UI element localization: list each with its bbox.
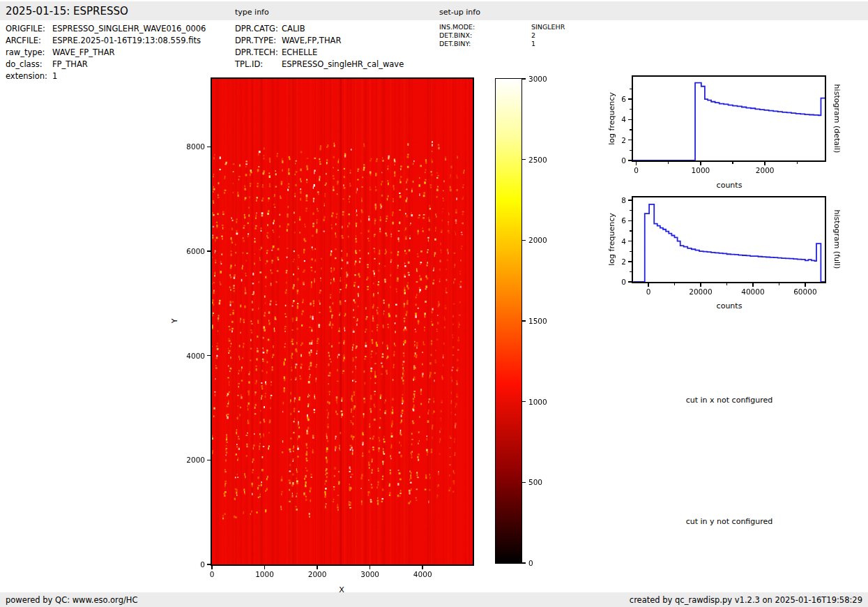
main-y-tick: [207, 460, 211, 461]
hist-x-tick: [805, 283, 806, 287]
hist-x-minor-tick: [668, 162, 669, 164]
hist-y-tick-label: 0: [621, 156, 626, 165]
file-info-row: extension:: [6, 71, 47, 81]
colorbar-tick: [522, 240, 526, 241]
hist-x-tick-label: 0: [634, 166, 639, 174]
colorbar-tick-label: 1500: [528, 317, 547, 325]
hist-y-minor-tick: [630, 271, 632, 272]
dpr-tech-value: ECHELLE: [282, 47, 317, 57]
main-x-tick-label: 1000: [255, 570, 274, 578]
ins-mode-value: SINGLEHR: [531, 23, 565, 31]
hist-y-minor-tick: [630, 89, 632, 89]
hist-y-minor-tick: [630, 230, 632, 231]
colorbar-tick-label: 3000: [528, 75, 547, 83]
hist-detail-right-label: histogram (detail): [832, 84, 842, 153]
main-x-tick-label: 4000: [413, 570, 432, 578]
setup-info-heading: set-up info: [439, 8, 480, 17]
hist-x-tick-label: 20000: [689, 287, 712, 296]
det-binx-value: 2: [531, 31, 535, 39]
main-y-tick: [207, 147, 211, 148]
extension-label: extension:: [6, 71, 47, 81]
main-x-tick: [264, 566, 266, 569]
dpr-type-value: WAVE,FP,THAR: [282, 36, 341, 45]
hist-y-tick-label: 2: [621, 136, 626, 144]
hist-y-minor-tick: [630, 129, 632, 130]
cut-y-message: cut in y not configured: [686, 517, 773, 526]
hist-y-minor-tick: [630, 109, 632, 110]
hist-full-right-label: histogram (full): [832, 210, 842, 269]
hist-detail-y-label: log frequency: [607, 92, 616, 144]
hist-y-tick-label: 4: [621, 115, 626, 123]
hist-x-tick-label: 60000: [793, 287, 816, 296]
hist-x-minor-tick: [797, 162, 798, 164]
colorbar-tick: [522, 562, 526, 564]
origfile-value: ESPRESSO_SINGLEHR_WAVE016_0006: [52, 24, 206, 33]
hist-x-tick-label: 2000: [756, 166, 775, 174]
hist-y-minor-tick: [630, 251, 632, 252]
main-y-tick-label: 0: [200, 560, 205, 569]
hist-y-tick: [628, 160, 632, 161]
main-y-tick-label: 8000: [186, 142, 205, 151]
header-band: [0, 1, 868, 20]
hist-x-tick: [700, 162, 701, 165]
histogram-detail-canvas: [633, 77, 825, 160]
colorbar-tick: [522, 482, 526, 484]
main-x-tick-label: 2000: [308, 570, 327, 578]
colorbar-tick: [522, 78, 526, 80]
raw-image-canvas: [212, 79, 473, 564]
hist-y-tick-label: 6: [621, 95, 626, 103]
main-y-tick-label: 6000: [186, 247, 205, 255]
hist-x-tick-label: 1000: [692, 166, 710, 174]
main-y-tick-label: 4000: [186, 352, 205, 360]
hist-x-minor-tick: [779, 283, 779, 285]
hist-y-tick: [628, 98, 632, 100]
dpr-tech-label: DPR.TECH:: [235, 47, 278, 57]
hist-y-tick-label: 6: [621, 216, 626, 225]
colorbar: [496, 79, 521, 563]
tpl-id-value: ESPRESSO_singleHR_cal_wave: [282, 59, 404, 69]
hist-y-tick: [628, 119, 632, 121]
origfile-label: ORIGFILE:: [6, 24, 45, 33]
extension-value: 1: [52, 71, 57, 81]
hist-y-tick: [628, 281, 632, 283]
hist-y-tick: [628, 241, 632, 242]
hist-x-tick: [764, 162, 766, 165]
colorbar-tick-label: 2000: [528, 236, 547, 244]
dpr-catg-label: DPR.CATG:: [235, 24, 278, 33]
hist-x-minor-tick: [726, 283, 727, 285]
det-biny-label: DET.BINY:: [439, 40, 471, 47]
cut-x-message: cut in x not configured: [686, 396, 773, 405]
hist-y-tick: [628, 261, 632, 262]
doclass-value: FP_THAR: [52, 59, 88, 69]
hist-full-x-label: counts: [717, 301, 743, 310]
colorbar-tick-label: 2500: [528, 156, 547, 164]
hist-y-tick-label: 0: [621, 278, 626, 286]
main-y-tick-label: 2000: [186, 456, 205, 464]
main-y-tick: [207, 355, 211, 357]
hist-x-tick: [636, 162, 637, 165]
hist-y-tick: [628, 140, 632, 141]
colorbar-tick: [522, 159, 526, 160]
hist-x-tick-label: 0: [646, 287, 651, 296]
colorbar-tick-label: 0: [528, 559, 533, 567]
doclass-label: do_class:: [6, 59, 43, 69]
rawtype-value: WAVE_FP_THAR: [52, 47, 115, 57]
file-info-row: do_class:: [6, 59, 43, 69]
type-info-heading: type info: [235, 8, 269, 17]
hist-y-tick-label: 8: [621, 196, 626, 204]
main-x-tick: [211, 566, 213, 569]
main-x-tick-label: 0: [210, 570, 215, 578]
main-x-tick: [422, 566, 423, 569]
rawtype-label: raw_type:: [6, 47, 45, 57]
dpr-catg-value: CALIB: [282, 24, 305, 33]
file-info-row: ARCFILE:: [6, 36, 41, 45]
arcfile-label: ARCFILE:: [6, 36, 41, 45]
footer-left-text: powered by QC: www.eso.org/HC: [6, 595, 137, 605]
colorbar-tick: [522, 320, 526, 322]
main-y-axis-label: Y: [170, 319, 179, 324]
page-title: 2025-01-15: ESPRESSO: [6, 5, 128, 17]
hist-x-minor-tick: [732, 162, 733, 164]
file-info-row: raw_type:: [6, 47, 45, 57]
hist-detail-x-label: counts: [717, 181, 743, 190]
hist-y-tick: [628, 200, 632, 201]
